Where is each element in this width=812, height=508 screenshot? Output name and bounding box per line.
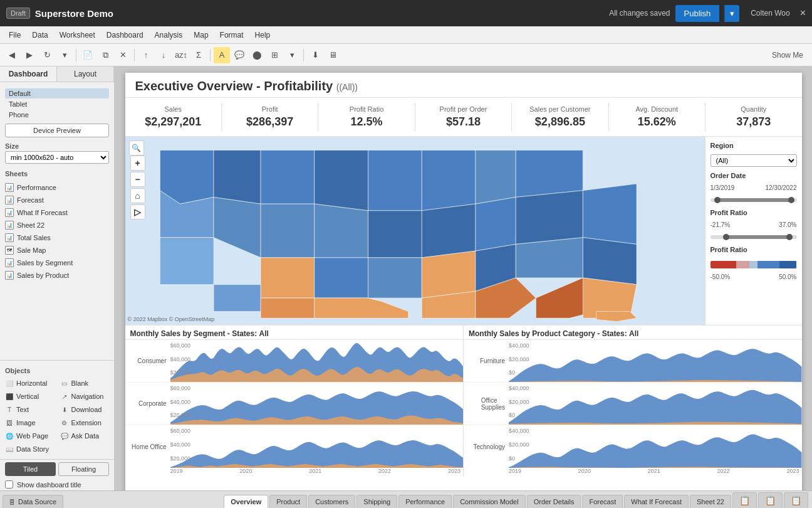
state-nj[interactable]: [583, 184, 637, 244]
state-missouri[interactable]: [368, 258, 422, 298]
menu-map[interactable]: Map: [189, 29, 213, 41]
home-button[interactable]: ⌂: [130, 188, 145, 203]
profit-ratio-slider-left[interactable]: [723, 234, 729, 240]
tab-order-details[interactable]: Order Details: [527, 495, 581, 508]
date-slider[interactable]: [710, 198, 797, 202]
region-select[interactable]: (All) East West Central South: [710, 154, 797, 167]
device-preview-button[interactable]: Device Preview: [5, 124, 109, 137]
tab-product[interactable]: Product: [269, 495, 307, 508]
tab-sheet22[interactable]: Sheet 22: [690, 495, 731, 508]
date-slider-right[interactable]: [788, 197, 794, 203]
state-idaho[interactable]: [214, 150, 261, 204]
obj-webpage[interactable]: 🌐Web Page: [3, 430, 57, 442]
usa-map[interactable]: [125, 137, 705, 325]
obj-navigation[interactable]: ↗Navigation: [58, 390, 112, 403]
show-me-button[interactable]: Show Me: [767, 47, 808, 63]
menu-worksheet[interactable]: Worksheet: [55, 29, 100, 41]
tab-forecast[interactable]: Forecast: [582, 495, 623, 508]
state-wyoming[interactable]: [261, 204, 315, 258]
tab-datasource[interactable]: 🗄 Data Source: [3, 495, 63, 508]
state-md-de[interactable]: [583, 238, 637, 285]
state-arizona[interactable]: [214, 285, 261, 312]
sheet-sheet22[interactable]: 📊 Sheet 22: [0, 219, 114, 231]
publish-button[interactable]: Publish: [675, 5, 720, 22]
obj-download[interactable]: ⬇Download: [58, 403, 112, 416]
highlight-button[interactable]: A: [214, 47, 230, 63]
state-illinois[interactable]: [422, 204, 476, 258]
tooltip-button[interactable]: 💬: [231, 47, 247, 63]
obj-askdata[interactable]: 💬Ask Data: [58, 430, 112, 442]
menu-dashboard[interactable]: Dashboard: [102, 29, 148, 41]
obj-datastory[interactable]: 📖Data Story: [3, 443, 57, 455]
state-va[interactable]: [516, 238, 583, 278]
state-colorado[interactable]: [261, 258, 315, 298]
publish-dropdown-button[interactable]: ▾: [724, 5, 739, 22]
state-north-dakota[interactable]: [314, 150, 368, 210]
menu-data[interactable]: Data: [27, 29, 53, 41]
duplicate-button[interactable]: ⧉: [97, 47, 113, 63]
state-california[interactable]: [160, 238, 214, 285]
device-tablet[interactable]: Tablet: [5, 99, 109, 109]
zoom-in-button[interactable]: +: [130, 156, 145, 171]
state-kansas[interactable]: [314, 258, 368, 298]
state-montana[interactable]: [261, 150, 315, 204]
state-iowa[interactable]: [368, 211, 422, 258]
marks-button[interactable]: ⬤: [249, 47, 265, 63]
tab-layout[interactable]: Layout: [57, 66, 114, 82]
sheet-performance[interactable]: 📊 Performance: [0, 181, 114, 194]
date-slider-left[interactable]: [714, 197, 721, 203]
arrow-button[interactable]: ▷: [130, 204, 145, 220]
new-button[interactable]: 📄: [80, 47, 96, 63]
menu-help[interactable]: Help: [250, 29, 276, 41]
sort-desc-button[interactable]: ↓: [155, 47, 172, 63]
menu-analysis[interactable]: Analysis: [150, 29, 188, 41]
sort-asc-button[interactable]: ↑: [138, 47, 154, 63]
forward-button[interactable]: ▶: [21, 47, 38, 63]
state-ny[interactable]: [516, 150, 583, 197]
close-button[interactable]: ×: [800, 8, 806, 19]
device-default[interactable]: Default: [5, 88, 109, 98]
tab-customers[interactable]: Customers: [308, 495, 355, 508]
state-minnesota[interactable]: [368, 150, 422, 210]
tab-performance[interactable]: Performance: [398, 495, 452, 508]
clear-button[interactable]: ✕: [115, 47, 131, 63]
sheet-what-if-forecast[interactable]: 📊 What If Forecast: [0, 206, 114, 219]
menu-file[interactable]: File: [4, 29, 26, 41]
obj-blank[interactable]: ▭Blank: [58, 377, 112, 389]
sheet-sale-map[interactable]: 🗺 Sale Map: [0, 244, 114, 257]
back-button[interactable]: ◀: [4, 47, 20, 63]
state-pa[interactable]: [516, 191, 583, 245]
view-toggle[interactable]: ⊞: [266, 47, 283, 63]
tab-add-extra1[interactable]: 📋: [732, 492, 757, 508]
sheet-total-sales[interactable]: 📊 Total Sales: [0, 231, 114, 244]
aggregate-button[interactable]: Σ: [190, 47, 207, 63]
sheet-sales-by-product[interactable]: 📊 Sales by Product: [0, 269, 114, 282]
obj-vertical[interactable]: ⬛Vertical: [3, 390, 57, 403]
state-wisconsin[interactable]: [422, 150, 476, 210]
user-name[interactable]: Colten Woo: [751, 9, 789, 18]
refresh-dropdown[interactable]: ▾: [56, 47, 73, 63]
tab-shipping[interactable]: Shipping: [357, 495, 397, 508]
size-select[interactable]: min 1000x620 - auto: [5, 151, 109, 164]
export-button[interactable]: ⬇: [307, 47, 323, 63]
state-michigan[interactable]: [475, 150, 515, 204]
state-kentucky[interactable]: [422, 251, 476, 298]
show-title-checkbox[interactable]: [5, 480, 13, 489]
zoom-out-button[interactable]: −: [130, 172, 145, 187]
tab-what-if-forecast[interactable]: What If Forecast: [624, 495, 689, 508]
obj-extension[interactable]: ⚙Extension: [58, 416, 112, 429]
state-new-mexico[interactable]: [261, 298, 315, 318]
tab-add-extra2[interactable]: 📋: [758, 492, 783, 508]
device-button[interactable]: 🖥: [325, 47, 341, 63]
view-dropdown[interactable]: ▾: [284, 47, 300, 63]
sort-az-button[interactable]: az↕: [173, 47, 189, 63]
obj-image[interactable]: 🖼Image: [3, 416, 57, 429]
sheet-sales-by-segment[interactable]: 📊 Sales by Segment: [0, 257, 114, 269]
profit-ratio-slider[interactable]: [710, 235, 797, 239]
profit-ratio-slider-right[interactable]: [786, 234, 793, 240]
sheet-forecast[interactable]: 📊 Forecast: [0, 194, 114, 206]
tiled-button[interactable]: Tiled: [5, 462, 56, 476]
state-ohio[interactable]: [475, 197, 515, 251]
device-phone[interactable]: Phone: [5, 110, 109, 120]
menu-format[interactable]: Format: [215, 29, 249, 41]
